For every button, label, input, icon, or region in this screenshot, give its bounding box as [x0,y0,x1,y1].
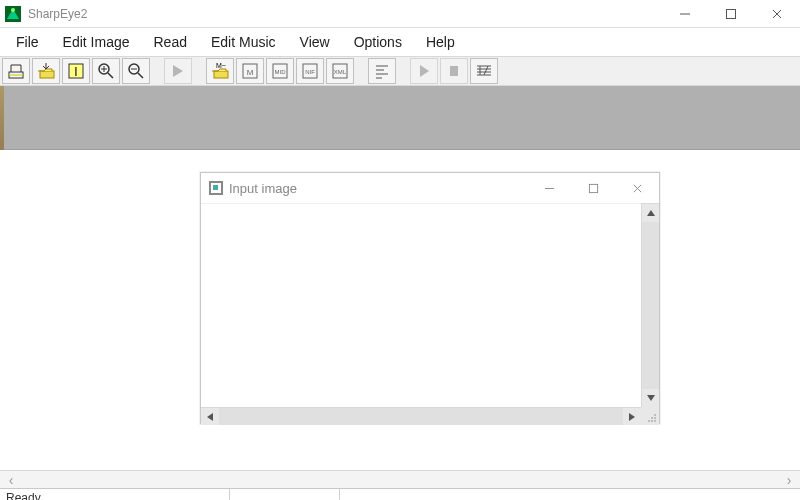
svg-point-41 [654,420,656,422]
toolbar-save-mid-button[interactable]: MID [266,58,294,84]
image-content-area [201,203,641,407]
toolbar-open-music-button[interactable]: M~ [206,58,234,84]
toolbar-zoom-in-button[interactable] [92,58,120,84]
toolbar-play-button[interactable] [410,58,438,84]
close-button[interactable] [754,0,800,28]
svg-rect-32 [450,66,458,76]
resize-grip-icon[interactable] [641,407,659,425]
svg-point-46 [654,414,656,416]
app-icon [4,5,22,23]
scroll-right-icon[interactable] [623,408,641,425]
scroll-up-icon[interactable] [642,204,659,222]
main-scroll-right-icon[interactable]: › [782,472,796,488]
toolbar-save-xml-button[interactable]: XML [326,58,354,84]
statusbar: Ready [0,488,800,500]
svg-point-1 [11,8,15,12]
vertical-scrollbar[interactable] [641,203,659,407]
svg-rect-8 [40,71,54,78]
main-horizontal-scrollbar[interactable]: ‹ › [0,470,800,488]
scroll-left-icon[interactable] [201,408,219,425]
scroll-down-icon[interactable] [642,389,659,407]
horizontal-scrollbar[interactable] [201,407,641,425]
toolbar-save-nif-button[interactable]: NIF [296,58,324,84]
status-cell-3 [340,489,800,500]
window-title: SharpEye2 [28,7,662,21]
menubar: File Edit Image Read Edit Music View Opt… [0,28,800,56]
toolbar-staff-button[interactable] [470,58,498,84]
toolbar-scan-button[interactable] [2,58,30,84]
svg-line-16 [138,73,143,78]
svg-text:M: M [247,68,254,77]
menu-file[interactable]: File [4,30,51,54]
input-image-window: Input image [200,172,660,424]
child-window-title: Input image [229,181,527,196]
vscroll-track[interactable] [642,222,659,389]
svg-rect-3 [727,9,736,18]
svg-point-42 [651,420,653,422]
menu-edit-music[interactable]: Edit Music [199,30,288,54]
svg-rect-38 [589,184,597,192]
child-maximize-button[interactable] [571,173,615,203]
child-close-button[interactable] [615,173,659,203]
menu-edit-image[interactable]: Edit Image [51,30,142,54]
toolbar-open-image-button[interactable] [32,58,60,84]
main-canvas: Input image [0,150,800,470]
minimize-button[interactable] [662,0,708,28]
svg-rect-18 [214,71,228,78]
titlebar: SharpEye2 [0,0,800,28]
toolbar: I M~ M MID NIF XML [0,56,800,86]
toolbar-select-text-button[interactable]: I [62,58,90,84]
svg-point-44 [648,420,650,422]
main-scroll-left-icon[interactable]: ‹ [4,472,18,488]
status-cell-2 [230,489,340,500]
toolbar-align-button[interactable] [368,58,396,84]
menu-help[interactable]: Help [414,30,467,54]
toolbar-zoom-out-button[interactable] [122,58,150,84]
menu-view[interactable]: View [288,30,342,54]
svg-text:M~: M~ [216,62,226,69]
svg-line-12 [108,73,113,78]
hscroll-track[interactable] [219,408,623,425]
image-icon [209,181,223,195]
status-message: Ready [0,489,230,500]
svg-point-45 [651,417,653,419]
svg-text:NIF: NIF [305,69,315,75]
svg-text:MID: MID [275,69,287,75]
menu-read[interactable]: Read [142,30,199,54]
toolbar-stop-button[interactable] [440,58,468,84]
toolbar-save-m-button[interactable]: M [236,58,264,84]
toolbar-next-button[interactable] [164,58,192,84]
child-minimize-button[interactable] [527,173,571,203]
maximize-button[interactable] [708,0,754,28]
svg-text:I: I [74,65,77,79]
svg-point-43 [654,417,656,419]
svg-text:XML: XML [334,69,347,75]
ruler-strip [0,86,800,150]
menu-options[interactable]: Options [342,30,414,54]
child-titlebar: Input image [201,173,659,203]
